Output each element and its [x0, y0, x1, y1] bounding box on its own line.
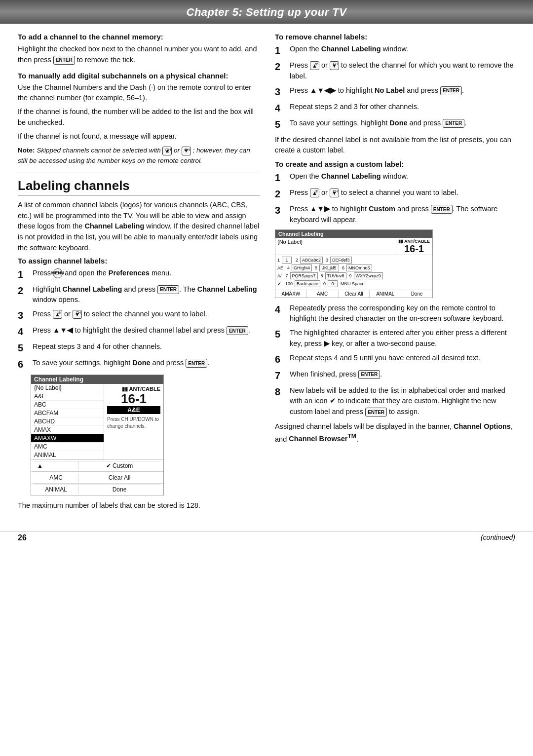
channel-item: AMC — [31, 443, 104, 451]
create-step-2-body: Press ch▲ or CH▼ to select a channel you… — [290, 188, 517, 198]
kb-top-row: {No Label} ▮▮ ANT/CABLE 16-1 — [275, 238, 432, 255]
page-footer: 26 (continued) — [0, 531, 533, 544]
create-step-num-6: 6 — [275, 353, 288, 366]
channel-item: A&E — [31, 392, 104, 401]
channel-item-selected: AMAXW — [31, 434, 104, 443]
labeling-divider — [18, 195, 260, 196]
channel-item: ABC — [31, 401, 104, 409]
assign-heading: To assign channel labels: — [18, 257, 260, 265]
remove-step-num-2: 2 — [275, 60, 288, 73]
remove-step-num-5: 5 — [275, 118, 288, 131]
create-step-num-2: 2 — [275, 188, 288, 200]
remove-step-3: 3 Press ▲▼◀▶ to highlight No Label and p… — [275, 85, 517, 98]
channel-list-left: {No Label} A&E ABC ABCFAM ABCHD AMAX AMA… — [31, 384, 104, 459]
step-1-body: Press MENU and open the Preferences menu… — [33, 268, 260, 279]
amaxw-row: ▲ — [34, 461, 78, 470]
step-4-body: Press ▲▼◀ to highlight the desired chann… — [33, 325, 260, 336]
channel-box-header-left: Channel Labeling — [31, 375, 163, 384]
keyboard-box: Channel Labeling {No Label} ▮▮ ANT/CABLE… — [275, 229, 433, 298]
channel-item: ABCHD — [31, 417, 104, 426]
kb-row-1: 1 1 2 ABCabc2 3 DEFdef3 — [277, 257, 430, 264]
step-2-body: Highlight Channel Labeling and press ENT… — [33, 284, 260, 306]
create-step-8: 8 New labels will be added to the list i… — [275, 385, 517, 417]
animal-row: ANIMAL — [34, 485, 78, 494]
create-step-8-body: New labels will be added to the list in … — [290, 385, 517, 417]
step-3: 3 Press ch▲ or CH▼ to select the channel… — [18, 309, 260, 322]
kb-3: DEFdef3 — [330, 257, 352, 264]
left-column: To add a channel to the channel memory: … — [18, 33, 260, 514]
remove-step-4-body: Repeat steps 2 and 3 for other channels. — [290, 102, 517, 113]
labeling-channels-title: Labeling channels — [18, 178, 260, 193]
enter-key-4: ENTER — [227, 326, 248, 335]
ch-down-key-icon: CH▼ — [182, 147, 191, 155]
create-step-4-body: Repeatedly press the corresponding key o… — [290, 303, 517, 325]
bottom-note: The maximum number of labels that can be… — [18, 500, 260, 511]
page-body: To add a channel to the channel memory: … — [0, 24, 533, 526]
channel-number: 16-1 — [107, 392, 160, 405]
enter-r5: ENTER — [443, 119, 464, 128]
channel-right-left: ▮▮ ANT/CABLE 16-1 A&E Press CH UP/DOWN t… — [104, 384, 163, 459]
remove-step-3-body: Press ▲▼◀▶ to highlight No Label and pre… — [290, 85, 517, 96]
remove-step-num-1: 1 — [275, 44, 288, 57]
create-step-num-3: 3 — [275, 204, 288, 217]
create-step-4: 4 Repeatedly press the corresponding key… — [275, 303, 517, 325]
kb-row-3: A/ 7 PQRSpqrs7 8 TUVtuv8 9 WXYZwxyz9 — [277, 272, 430, 279]
channel-labeling-box-left: Channel Labeling {No Label} A&E ABC ABCF… — [31, 375, 164, 495]
channel-box-footer: ▲ ✔ Custom AMC Clear All ANIMAL Done — [31, 459, 163, 495]
remove-step-num-4: 4 — [275, 102, 288, 114]
footer-row2: AMC Clear All — [31, 471, 163, 483]
step-2: 2 Highlight Channel Labeling and press E… — [18, 284, 260, 306]
remove-step-1: 1 Open the Channel Labeling window. — [275, 44, 517, 57]
remove-step-2-body: Press ch▲ or CH▼ to select the channel f… — [290, 60, 517, 82]
create-step-3: 3 Press ▲▼▶ to highlight Custom and pres… — [275, 204, 517, 226]
kb-5: JKLjkl5 — [319, 265, 339, 271]
create-step-1-body: Open the Channel Labeling window. — [290, 171, 517, 182]
continued-label: (continued) — [481, 533, 515, 542]
channel-item: {No Label} — [31, 384, 104, 392]
manually-heading: To manually add digital subchannels on a… — [18, 72, 260, 80]
remove-step-5: 5 To save your settings, highlight Done … — [275, 118, 517, 131]
assigned-note: Assigned channel labels will be displaye… — [275, 421, 517, 445]
note-label: Note: — [18, 147, 35, 154]
create-heading: To create and assign a custom label: — [275, 160, 517, 168]
ch-up-r2: ch▲ — [310, 61, 319, 70]
create-step-5: 5 The highlighted character is entered a… — [275, 328, 517, 349]
kb-7: PQRSpqrs7 — [290, 272, 318, 279]
remove-note: If the desired channel label is not avai… — [275, 135, 517, 156]
channel-item: ANIMAL — [31, 451, 104, 459]
step-num-1: 1 — [18, 268, 31, 281]
create-step-3-body: Press ▲▼▶ to highlight Custom and press … — [290, 204, 517, 226]
kb-9: WXYZwxyz9 — [354, 272, 383, 279]
kb-amaxw: AMAXW — [275, 290, 307, 298]
note-box: Note: Skipped channels cannot be selecte… — [18, 146, 260, 166]
ch-up-key-icon: CH▲ — [162, 147, 172, 155]
create-step-6-body: Repeat steps 4 and 5 until you have ente… — [290, 353, 517, 364]
kb-8: TUVtuv8 — [325, 272, 346, 279]
channel-box-body-left: {No Label} A&E ABC ABCFAM ABCHD AMAX AMA… — [31, 384, 163, 459]
step-6-body: To save your settings, highlight Done an… — [33, 358, 260, 369]
remove-steps-list: 1 Open the Channel Labeling window. 2 Pr… — [275, 44, 517, 131]
step-num-4: 4 — [18, 325, 31, 338]
enter-key-icon: ENTER — [53, 56, 75, 65]
remove-step-4: 4 Repeat steps 2 and 3 for other channel… — [275, 102, 517, 114]
page-number: 26 — [18, 533, 27, 542]
add-channel-heading: To add a channel to the channel memory: — [18, 33, 260, 41]
ch-down-c2: CH▼ — [330, 189, 339, 197]
custom-row: ✔ Custom — [78, 461, 160, 470]
step-4: 4 Press ▲▼◀ to highlight the desired cha… — [18, 325, 260, 338]
labeling-intro: A list of common channel labels (logos) … — [18, 200, 260, 254]
kb-row-label: 1 — [277, 258, 280, 263]
create-step-2: 2 Press ch▲ or CH▼ to select a channel y… — [275, 188, 517, 200]
kb-clear-all: Clear All — [339, 290, 370, 298]
manually-p2: If the channel is found, the number will… — [18, 107, 260, 128]
enter-r3: ENTER — [440, 86, 462, 95]
remove-step-num-3: 3 — [275, 85, 288, 98]
remove-step-1-body: Open the Channel Labeling window. — [290, 44, 517, 55]
ch-down-key-3: CH▼ — [73, 310, 82, 319]
create-step-7-body: When finished, press ENTER. — [290, 369, 517, 380]
kb-header: Channel Labeling — [275, 230, 432, 238]
create-step-num-8: 8 — [275, 385, 288, 398]
menu-key-icon: MENU — [53, 268, 63, 278]
remove-step-2: 2 Press ch▲ or CH▼ to select the channel… — [275, 60, 517, 82]
page-header: Chapter 5: Setting up your TV — [0, 0, 533, 24]
